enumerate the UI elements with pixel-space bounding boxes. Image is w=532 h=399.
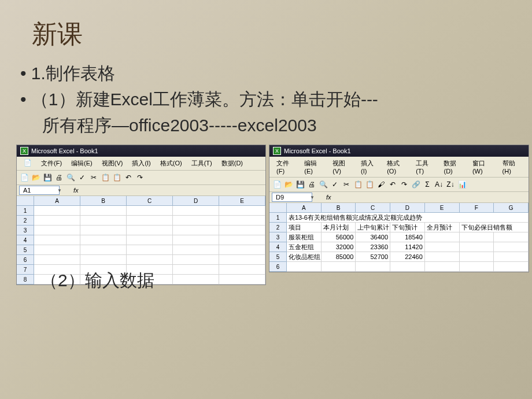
format-painter-icon[interactable]: 🖌 (376, 179, 386, 190)
cell[interactable]: 五金柜组 (287, 242, 322, 252)
menu-data[interactable]: 数据(D) (217, 158, 247, 169)
cell[interactable] (425, 252, 460, 262)
cell[interactable]: 56000 (322, 232, 356, 242)
row-header[interactable]: 3 (269, 232, 287, 242)
menu-insert[interactable]: 插入(I) (127, 158, 155, 169)
cell[interactable] (219, 235, 265, 245)
menu-format[interactable]: 格式(O) (382, 158, 411, 176)
cell[interactable] (34, 206, 80, 216)
menu-view[interactable]: 视图(V) (328, 158, 356, 176)
menu-data[interactable]: 数据(D) (439, 158, 467, 176)
cell[interactable]: 化妆品柜组 (287, 252, 322, 262)
menu-file[interactable]: 文件(F) (272, 158, 300, 176)
col-header-D[interactable]: D (173, 196, 219, 206)
cell[interactable] (219, 255, 265, 265)
cell[interactable] (322, 262, 356, 272)
cell[interactable] (173, 255, 219, 265)
row-header[interactable]: 2 (269, 223, 287, 232)
cell[interactable]: 全月预计 (425, 223, 460, 232)
new-icon[interactable]: 📄 (272, 179, 282, 190)
col-header-A[interactable]: A (287, 203, 322, 213)
cell[interactable] (460, 252, 494, 262)
cell[interactable] (219, 245, 265, 255)
cell[interactable] (219, 275, 265, 285)
cell[interactable] (494, 232, 529, 242)
sort-desc-icon[interactable]: Z↓ (445, 179, 456, 190)
cell[interactable] (173, 265, 219, 275)
cut-icon[interactable]: ✂ (341, 179, 352, 190)
open-icon[interactable]: 📂 (31, 172, 41, 183)
col-header-E[interactable]: E (425, 203, 460, 213)
sum-icon[interactable]: Σ (422, 179, 433, 190)
menu-format[interactable]: 格式(O) (156, 158, 187, 169)
link-icon[interactable]: 🔗 (411, 179, 421, 190)
col-header-B[interactable]: B (80, 196, 127, 206)
row-header[interactable]: 6 (269, 262, 287, 272)
cell[interactable] (390, 262, 425, 272)
col-header-C[interactable]: C (127, 196, 173, 206)
cell[interactable]: 52700 (356, 252, 390, 262)
paste-icon[interactable]: 📋 (364, 179, 375, 190)
cell[interactable] (34, 245, 80, 255)
cell[interactable] (460, 262, 494, 272)
save-icon[interactable]: 💾 (42, 172, 53, 183)
row-header[interactable]: 4 (269, 242, 287, 252)
select-all-corner[interactable] (17, 196, 34, 206)
menu-edit[interactable]: 编辑(E) (66, 158, 97, 169)
cell[interactable]: 23360 (356, 242, 390, 252)
cell[interactable] (34, 255, 80, 265)
spell-icon[interactable]: ✓ (330, 179, 340, 190)
copy-icon[interactable]: 📋 (353, 179, 363, 190)
cell[interactable] (425, 262, 460, 272)
select-all-corner[interactable] (269, 203, 287, 213)
cell[interactable]: 服装柜组 (287, 232, 322, 242)
cell[interactable]: 上中旬累计 (356, 223, 390, 232)
copy-icon[interactable]: 📋 (100, 172, 110, 183)
cell[interactable] (219, 226, 265, 235)
spell-icon[interactable]: ✓ (77, 172, 87, 183)
cell[interactable] (34, 226, 80, 235)
print-icon[interactable]: 🖨 (306, 179, 317, 190)
cell[interactable] (287, 262, 322, 272)
cell[interactable]: 下旬必保日销售额 (460, 223, 529, 232)
name-box[interactable]: A1 (19, 186, 60, 195)
redo-icon[interactable]: ↷ (399, 179, 409, 190)
cell[interactable] (80, 206, 127, 216)
cell[interactable] (80, 255, 127, 265)
cell[interactable] (127, 255, 173, 265)
fx-icon[interactable]: fx (326, 194, 331, 201)
cell[interactable] (127, 245, 173, 255)
fx-icon[interactable]: fx (73, 187, 79, 194)
cell[interactable]: 32000 (322, 242, 356, 252)
menu-insert[interactable]: 插入(I) (356, 158, 382, 176)
cell[interactable] (494, 252, 529, 262)
chart-icon[interactable]: 📊 (457, 179, 467, 190)
cell[interactable]: 85000 (322, 252, 356, 262)
menu-help[interactable]: 帮助(H) (498, 158, 526, 176)
menu-view[interactable]: 视图(V) (97, 158, 128, 169)
cell[interactable] (127, 216, 173, 226)
cell[interactable] (127, 235, 173, 245)
cell[interactable] (80, 245, 127, 255)
cell-title[interactable]: 表13-6有关柜组销售额完成情况及定额完成趋势 (287, 213, 529, 223)
col-header-A[interactable]: A (34, 196, 80, 206)
winmenu-icon[interactable]: 📄 (19, 158, 36, 169)
cell[interactable] (219, 265, 265, 275)
col-header-C[interactable]: C (356, 203, 390, 213)
namebox-dropdown-icon[interactable]: ▼ (57, 188, 62, 193)
cell[interactable] (460, 242, 494, 252)
cell[interactable] (34, 235, 80, 245)
cell[interactable]: 36400 (356, 232, 390, 242)
redo-icon[interactable]: ↷ (135, 172, 145, 183)
menu-tools[interactable]: 工具(T) (411, 158, 439, 176)
cut-icon[interactable]: ✂ (88, 172, 99, 183)
cell[interactable] (356, 262, 390, 272)
cell[interactable] (494, 242, 529, 252)
col-header-B[interactable]: B (322, 203, 356, 213)
cell[interactable] (127, 206, 173, 216)
cell[interactable]: 下旬预计 (390, 223, 425, 232)
cell[interactable]: 11420 (390, 242, 425, 252)
cell[interactable] (219, 206, 265, 216)
menu-edit[interactable]: 编辑(E) (300, 158, 328, 176)
row-header[interactable]: 3 (17, 226, 34, 235)
